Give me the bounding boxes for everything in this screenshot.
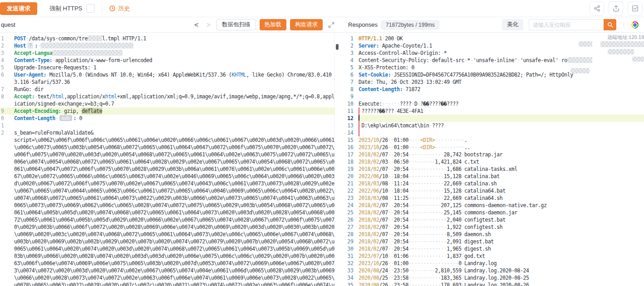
code-line: 3Accept-Langua: [0, 49, 339, 57]
code-line: 2Server:·Apache-Coyote/1.1: [339, 42, 644, 49]
request-scrollbar-thumb[interactable]: [336, 44, 339, 50]
code-line: 202022/06/10··18:04············15,128·ca…: [339, 173, 644, 180]
prev-request-button[interactable]: <: [192, 21, 201, 29]
code-line: 312023/07/10··01:06·············1,837·go…: [339, 252, 644, 260]
line-number: 11: [339, 107, 359, 115]
response-viewer-body: 1HTTP/1.1·200·OK2Server:·Apache-Coyote/1…: [339, 33, 644, 286]
code-line: 7RunGo:·dir: [0, 86, 339, 93]
top-toolbar: 发送请求 强制 HTTPS 历史: [0, 0, 644, 17]
response-viewer[interactable]: 1HTTP/1.1·200·OK2Server:·Apache-Coyote/1…: [339, 35, 644, 286]
line-number: 5: [0, 64, 5, 71]
share-button[interactable]: [590, 1, 604, 16]
line-number: 9: [339, 93, 359, 100]
redacted-mosaic: [40, 43, 133, 48]
inline-chip: ?: [27, 43, 34, 48]
code-line: 9: [339, 93, 644, 100]
select-button[interactable]: [628, 1, 642, 16]
request-editor-body: 1POST·/data/sys-common/trel.tmpl·HTTP/1.…: [0, 33, 339, 286]
request-scrollbar[interactable]: [334, 33, 339, 286]
code-line: 13·D:\ekp\win64\tomcat\bin·????: [339, 122, 644, 129]
code-line: 10Execute:······????·D·?��????��????: [339, 100, 644, 107]
code-line: 252018/02/07··20:54············25,145·co…: [339, 209, 644, 216]
history-label: 历史: [118, 5, 130, 13]
line-number: 0: [0, 115, 5, 122]
request-panel-title: quest: [1, 21, 15, 28]
response-panel-title: Responses: [348, 21, 378, 28]
code-line: 4Content-Security-Policy:·default-src·*·…: [339, 57, 644, 64]
code-line: 152023/10/26··01:00····<DIR>··········.: [339, 136, 644, 144]
code-line: 182018/02/03··06:50·········1,421,824·c.…: [339, 158, 644, 165]
line-number: 25: [339, 209, 359, 216]
response-panel-header: Responses 71872bytes / 199ms 美化: [339, 17, 644, 33]
line-number: 7: [0, 86, 5, 93]
redacted-mosaic: [52, 50, 123, 56]
code-line: 272018/02/07··20:54·············1,922·co…: [339, 223, 644, 231]
code-line: 212018/03/08··11:24············22,669·ca…: [339, 180, 644, 187]
code-line: 302018/02/07··20:54·············1,965·di…: [339, 245, 644, 252]
code-line: 8Accept:·text/html,application/xhtml+xml…: [0, 93, 339, 107]
response-panel: Responses 71872bytes / 199ms 美化 1HTTP/1.…: [339, 17, 644, 286]
code-line: 322023/10/26··01:00·················0·La…: [339, 260, 644, 267]
line-number: 1: [339, 35, 359, 42]
code-line: 2s_bean=ruleFormulaValidate&script=\u006…: [0, 129, 339, 286]
line-number: 6: [339, 71, 359, 78]
code-line: 262018/02/07··20:54·············2,040·co…: [339, 216, 644, 223]
chrome-icon[interactable]: [631, 21, 639, 29]
line-number: 12: [339, 115, 359, 122]
code-line: 8Content-Length:·71872: [339, 86, 644, 93]
line-number: 13: [339, 122, 359, 129]
request-editor[interactable]: 1POST·/data/sys-common/trel.tmpl·HTTP/1.…: [0, 35, 339, 286]
force-https-checkbox[interactable]: [86, 4, 95, 13]
line-number: 19: [339, 165, 359, 173]
code-line: 162023/10/26··01:00····<DIR>··········..: [339, 144, 644, 151]
request-panel-header: quest < > 数据包扫描 热加载 构造请求: [0, 17, 339, 33]
line-number: 4: [339, 57, 359, 64]
code-line: 332020/08/24··23:50·········2,810,559·La…: [339, 267, 644, 274]
code-line: 1HTTP/1.1·200·OK: [339, 35, 644, 42]
export-button[interactable]: [609, 1, 623, 16]
line-number: 31: [339, 252, 359, 260]
line-number: 8: [339, 86, 359, 93]
next-request-button[interactable]: >: [204, 21, 213, 29]
line-number: 34: [339, 274, 359, 281]
response-search: [529, 19, 616, 30]
line-number: 3: [339, 49, 359, 57]
toolbar-divider: [102, 5, 102, 12]
line-number: 16: [339, 144, 359, 151]
code-line: 11·??????��???·4E3E-4FA1: [339, 107, 644, 115]
line-number: 15: [339, 136, 359, 144]
history-button[interactable]: 历史: [109, 5, 130, 13]
code-line: 12: [339, 115, 644, 122]
line-number: 26: [339, 216, 359, 223]
line-number: 2: [339, 42, 359, 49]
force-https-toggle[interactable]: 强制 HTTPS: [49, 4, 95, 13]
line-number: 28: [339, 231, 359, 238]
line-number: 5: [339, 64, 359, 71]
packet-scan-button[interactable]: 数据包扫描: [216, 19, 256, 30]
code-line: 342020/08/25··23:58···········183,365·La…: [339, 274, 644, 281]
text-cursor: [359, 115, 359, 121]
export-icon: [612, 5, 620, 12]
share-icon: [593, 5, 601, 12]
line-number: 21: [339, 180, 359, 187]
line-number: 14: [339, 129, 359, 136]
line-number: 17: [339, 151, 359, 158]
code-line: 232018/03/08··11:25············22,669·ca…: [339, 194, 644, 202]
hot-reload-button[interactable]: 热加载: [260, 19, 287, 30]
line-number: 24: [339, 202, 359, 209]
send-request-button[interactable]: 发送请求: [0, 2, 37, 15]
check-square-icon: [631, 5, 639, 12]
expand-icon[interactable]: [328, 22, 334, 28]
beautify-button[interactable]: 美化: [502, 19, 523, 30]
search-input[interactable]: [529, 19, 604, 30]
code-line: 0Content-Length·auto:·0: [0, 115, 339, 122]
build-request-button[interactable]: 构造请求: [290, 19, 323, 30]
redacted-mosaic: [88, 35, 102, 41]
code-line: 3Access-Control-Allow-Origin:·*: [339, 49, 644, 57]
header-divider: [624, 22, 624, 28]
search-button[interactable]: [604, 19, 616, 30]
line-number: 30: [339, 245, 359, 252]
code-line: 282018/02/07··20:54·············8,509·da…: [339, 231, 644, 238]
line-number: 7: [339, 78, 359, 86]
code-line: 292018/02/07··20:54·············2,091·di…: [339, 238, 644, 245]
